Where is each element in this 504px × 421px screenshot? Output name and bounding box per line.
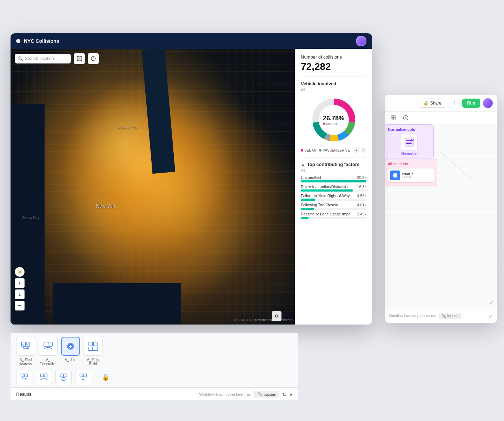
- map-controls-top: 🔍 Search location: [15, 53, 99, 64]
- factor-name-passing: Passing or Lane Usage Impr... 2.45k: [301, 212, 366, 216]
- share-label: Share: [430, 101, 442, 106]
- zoom-in-button[interactable]: +: [15, 278, 25, 288]
- share-button[interactable]: 🔒 Share: [419, 99, 446, 108]
- donut-sublabel: SEDAN: [323, 122, 344, 126]
- factor-name-unspecified: Unspecified 20.5k: [301, 175, 366, 180]
- tool-sm-1[interactable]: [16, 369, 32, 385]
- map-attribution: © CARTO © OpenStreetMap contributors: [234, 318, 292, 322]
- zoom-controls: 🧭 + 1 −: [15, 267, 25, 310]
- vehicle-filter: All: [301, 88, 366, 92]
- tool-poly-build[interactable]: A_ PolyBuild: [84, 337, 102, 366]
- factor-row-yield: Failure to Yield Right-of-Way 4.56k: [301, 194, 366, 201]
- factor-bar-3: [301, 199, 315, 201]
- tool-join-label: A_ Join: [65, 358, 76, 362]
- factor-row-unspecified: Unspecified 20.5k: [301, 175, 366, 182]
- tool-sm-3[interactable]: [55, 369, 72, 385]
- results-right: Workflow has not yet been run 🔍 bqconn ⇅…: [199, 391, 293, 397]
- svg-rect-36: [62, 377, 65, 381]
- workflow-clock-icon[interactable]: [402, 114, 410, 122]
- svg-line-46: [441, 152, 472, 180]
- factor-bar-bg-3: [301, 199, 366, 201]
- run-button[interactable]: Run: [462, 99, 480, 108]
- legend-next-button[interactable]: ›: [361, 147, 366, 153]
- factors-filter: All: [301, 168, 366, 173]
- vehicle-section: Vehicle involved All: [301, 81, 366, 158]
- svg-rect-27: [21, 374, 24, 377]
- workflow-expand-icon[interactable]: ⤢: [489, 313, 493, 319]
- factors-toggle[interactable]: ▲: [301, 162, 305, 167]
- factor-bar-bg-2: [301, 189, 366, 192]
- svg-rect-0: [77, 56, 79, 58]
- donut-label: 26.78% SEDAN: [323, 115, 344, 126]
- factors-title: Top contributing factors: [307, 162, 359, 167]
- workflow-layout-icon[interactable]: [389, 114, 397, 122]
- tool-find-nearest-label: A_ FindNearesst: [19, 358, 33, 366]
- factor-row-inattention: Driver Inattention/Distraction 16.3k: [301, 185, 366, 192]
- zoom-level: 1: [15, 289, 25, 299]
- donut-container: 26.78% SEDAN: [301, 95, 366, 145]
- map-container: New York Jersey City MANHATTAN 🔍 Search …: [11, 49, 372, 325]
- legend-label-passenger: PASSENGER VE: [323, 148, 350, 152]
- svg-rect-3: [80, 59, 81, 61]
- tool-join[interactable]: A_ Join: [61, 337, 80, 362]
- tool-generalize[interactable]: A_Generalize: [39, 337, 58, 366]
- search-placeholder: Search location: [25, 56, 54, 61]
- search-box[interactable]: 🔍 Search location: [15, 54, 71, 64]
- legend-nav: ‹ ›: [354, 147, 366, 153]
- search-icon-small: 🔍: [257, 392, 262, 396]
- tool-sm-2[interactable]: [36, 369, 52, 385]
- svg-rect-34: [60, 374, 64, 377]
- workflow-search-icon: 🔍: [442, 314, 446, 318]
- search-icon: 🔍: [18, 56, 23, 61]
- zoom-out-button[interactable]: −: [15, 301, 25, 310]
- workflow-connection-badge[interactable]: 🔍 bqconn: [439, 313, 461, 319]
- collapse-button[interactable]: ∧: [289, 392, 293, 397]
- results-bar: Results Workflow has not yet been run 🔍 …: [11, 388, 298, 400]
- connection-svg: [388, 152, 493, 180]
- connection-badge[interactable]: 🔍 bqconn: [254, 391, 279, 397]
- legend-dot-sedan: [301, 149, 303, 152]
- svg-rect-1: [80, 56, 81, 58]
- workflow-avatar: [483, 98, 493, 108]
- sort-button[interactable]: ⇅: [282, 392, 286, 397]
- tool-find-nearest[interactable]: A_ FindNearesst: [16, 337, 35, 366]
- workflow-connections: [388, 152, 493, 180]
- factor-name-inattention: Driver Inattention/Distraction 16.3k: [301, 185, 366, 189]
- results-label: Results: [16, 392, 31, 397]
- svg-rect-37: [80, 374, 83, 377]
- svg-marker-25: [93, 347, 97, 350]
- legend-prev-button[interactable]: ‹: [354, 147, 359, 153]
- workflow-conn-label: bqconn: [447, 314, 458, 318]
- tools-row-2: 🔒: [16, 369, 293, 385]
- legend-item-sedan: SEDAN: [301, 148, 316, 152]
- workflow-titlebar: 🔒 Share ⋮ Run: [385, 95, 497, 112]
- svg-rect-24: [93, 342, 97, 346]
- donut-chart: 26.78% SEDAN: [309, 95, 358, 145]
- tools-row-1: A_ FindNearesst A_Generalize: [16, 337, 293, 366]
- svg-rect-17: [44, 342, 48, 346]
- svg-rect-40: [393, 116, 395, 118]
- more-button[interactable]: ⋮: [449, 98, 459, 108]
- svg-rect-39: [391, 116, 393, 118]
- expand-icon[interactable]: ⤢: [489, 300, 493, 305]
- factor-bar-bg-5: [301, 217, 366, 219]
- factor-row-following: Following Too Closely 4.01k: [301, 203, 366, 210]
- layers-button[interactable]: [74, 53, 85, 64]
- tool-poly-build-label: A_ PolyBuild: [87, 358, 99, 366]
- info-button[interactable]: [88, 53, 99, 64]
- svg-point-32: [41, 379, 42, 380]
- collisions-label: Number of collisions: [301, 54, 366, 60]
- factors-header: ▲ Top contributing factors: [301, 162, 366, 167]
- svg-rect-31: [44, 374, 47, 377]
- connection-label: bqconn: [264, 392, 276, 396]
- map-area[interactable]: New York Jersey City MANHATTAN 🔍 Search …: [11, 49, 295, 325]
- legend-item-passenger: PASSENGER VE: [319, 148, 350, 152]
- svg-point-29: [25, 378, 27, 380]
- workflow-canvas: Normalize colu Normalize All stores but: [385, 124, 497, 309]
- titlebar-dot: [16, 39, 20, 43]
- tool-sm-4[interactable]: [75, 369, 91, 385]
- titlebar: NYC Collisions: [11, 33, 372, 49]
- svg-rect-2: [77, 59, 79, 61]
- factor-name-yield: Failure to Yield Right-of-Way 4.56k: [301, 194, 366, 198]
- compass-button[interactable]: 🧭: [15, 267, 25, 277]
